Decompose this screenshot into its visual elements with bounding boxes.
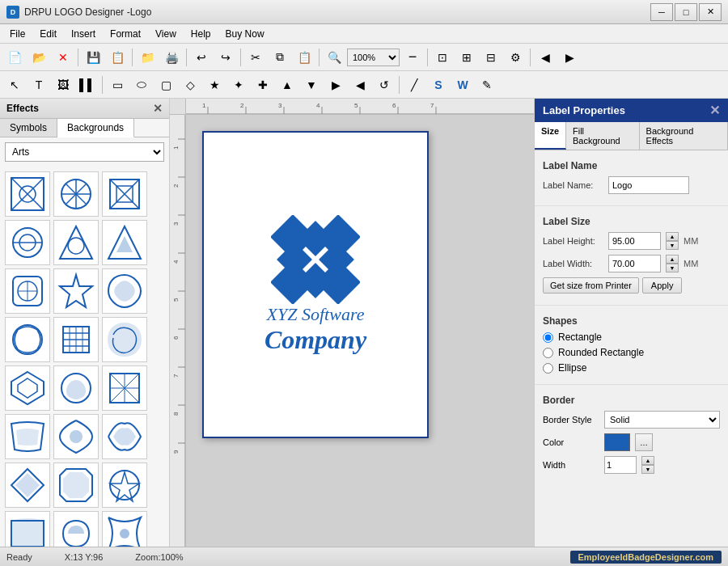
save-button[interactable]: 💾: [82, 47, 104, 68]
list-item[interactable]: [53, 463, 99, 508]
list-item[interactable]: [53, 317, 99, 362]
list-item[interactable]: [5, 365, 50, 411]
list-item[interactable]: [5, 511, 50, 547]
right-panel-close[interactable]: ✕: [709, 103, 720, 118]
properties-button[interactable]: ⚙: [504, 47, 527, 68]
close-doc-button[interactable]: ✕: [52, 47, 74, 68]
list-item[interactable]: [5, 317, 50, 362]
zoom-in-button[interactable]: 🔍: [323, 47, 345, 68]
next-button[interactable]: ▶: [558, 47, 581, 68]
cross-button[interactable]: ✚: [252, 74, 274, 95]
menu-format[interactable]: Format: [104, 27, 147, 41]
open-folder-button[interactable]: 📁: [136, 47, 159, 68]
minimize-button[interactable]: ─: [650, 3, 673, 21]
menu-help[interactable]: Help: [184, 27, 218, 41]
zoom-out-button[interactable]: −: [401, 47, 424, 68]
redo-button[interactable]: ↪: [214, 47, 237, 68]
maximize-button[interactable]: □: [675, 3, 697, 21]
zoom-select[interactable]: 100% 50% 75% 150% 200%: [347, 49, 400, 66]
list-item[interactable]: [53, 414, 99, 459]
label-width-input[interactable]: [608, 255, 661, 272]
list-item[interactable]: [53, 511, 99, 547]
signature-button[interactable]: ✎: [476, 74, 498, 95]
list-item[interactable]: [5, 463, 50, 508]
color-picker-button[interactable]: …: [635, 433, 653, 451]
label-height-input[interactable]: [608, 232, 661, 250]
new-button[interactable]: 📄: [3, 47, 26, 68]
width-up[interactable]: ▲: [667, 256, 678, 264]
list-item[interactable]: [53, 171, 99, 217]
label-name-input[interactable]: [608, 176, 689, 194]
fit-page-button[interactable]: ⊞: [455, 47, 478, 68]
prev-button[interactable]: ◀: [534, 47, 557, 68]
star-button[interactable]: ★: [203, 74, 226, 95]
list-item[interactable]: [5, 268, 50, 314]
open-button[interactable]: 📂: [28, 47, 50, 68]
actual-size-button[interactable]: ⊡: [431, 47, 454, 68]
shape-rectangle-radio[interactable]: [543, 332, 553, 343]
list-item[interactable]: [102, 365, 147, 411]
copy-button[interactable]: ⧉: [269, 47, 291, 68]
color-swatch[interactable]: [604, 433, 630, 451]
line-button[interactable]: ╱: [403, 74, 425, 95]
list-item[interactable]: [53, 365, 99, 411]
grid-button[interactable]: ⊟: [480, 47, 502, 68]
height-down[interactable]: ▼: [667, 241, 678, 249]
tab-backgrounds[interactable]: Backgrounds: [57, 119, 134, 137]
undo-button[interactable]: ↩: [190, 47, 213, 68]
width-down[interactable]: ▼: [667, 264, 678, 272]
diamond-button[interactable]: ◇: [179, 74, 201, 95]
triangle-button[interactable]: ▲: [276, 74, 298, 95]
text-button[interactable]: T: [28, 74, 50, 95]
border-width-spinner[interactable]: ▲ ▼: [641, 456, 654, 474]
arrow-button[interactable]: ▶: [324, 74, 347, 95]
list-item[interactable]: [5, 414, 50, 459]
tab-background-effects[interactable]: Background Effects: [640, 122, 728, 150]
menu-view[interactable]: View: [149, 27, 183, 41]
rounded-rect-button[interactable]: ▢: [154, 74, 177, 95]
menu-insert[interactable]: Insert: [65, 27, 102, 41]
list-item[interactable]: [102, 220, 147, 265]
barcode-button[interactable]: ▌▌: [76, 74, 99, 95]
image-button[interactable]: 🖼: [52, 74, 74, 95]
list-item[interactable]: [53, 220, 99, 265]
border-width-down[interactable]: ▼: [642, 465, 654, 473]
triangle2-button[interactable]: ▼: [300, 74, 323, 95]
list-item[interactable]: [102, 171, 147, 217]
menu-edit[interactable]: Edit: [33, 27, 63, 41]
panel-close-button[interactable]: ✕: [153, 102, 163, 115]
paste-button[interactable]: 📋: [293, 47, 315, 68]
height-up[interactable]: ▲: [667, 233, 678, 241]
border-width-input[interactable]: [604, 456, 637, 474]
height-spinner[interactable]: ▲ ▼: [666, 232, 679, 250]
shape-rounded-radio[interactable]: [543, 348, 553, 358]
border-style-select[interactable]: Solid Dashed Dotted None: [604, 411, 720, 429]
oval-button[interactable]: ⬭: [130, 74, 153, 95]
category-dropdown[interactable]: Arts Animals Borders Business: [5, 142, 164, 162]
menu-file[interactable]: File: [3, 27, 32, 41]
list-item[interactable]: [5, 171, 50, 217]
list-item[interactable]: [5, 220, 50, 265]
select-button[interactable]: ↖: [3, 74, 26, 95]
curve-button[interactable]: ↺: [373, 74, 396, 95]
tab-size[interactable]: Size: [535, 122, 566, 150]
watermark-button[interactable]: W: [451, 74, 474, 95]
list-item[interactable]: [102, 511, 147, 547]
shape2-button[interactable]: ✦: [227, 74, 250, 95]
list-item[interactable]: [102, 463, 147, 508]
get-size-from-printer-button[interactable]: Get size from Printer: [543, 277, 639, 294]
width-spinner[interactable]: ▲ ▼: [666, 255, 679, 272]
list-item[interactable]: [102, 268, 147, 314]
apply-button[interactable]: Apply: [642, 277, 683, 294]
save-as-button[interactable]: 📋: [106, 47, 129, 68]
list-item[interactable]: [102, 414, 147, 459]
cut-button[interactable]: ✂: [244, 47, 267, 68]
tab-symbols[interactable]: Symbols: [0, 119, 57, 137]
list-item[interactable]: [102, 317, 147, 362]
print-button[interactable]: 🖨️: [160, 47, 183, 68]
menu-buynow[interactable]: Buy Now: [219, 27, 271, 41]
shape-ellipse-radio[interactable]: [543, 363, 553, 374]
list-item[interactable]: [53, 268, 99, 314]
tab-fill-background[interactable]: Fill Background: [566, 122, 640, 150]
symbol-button[interactable]: S: [427, 74, 450, 95]
